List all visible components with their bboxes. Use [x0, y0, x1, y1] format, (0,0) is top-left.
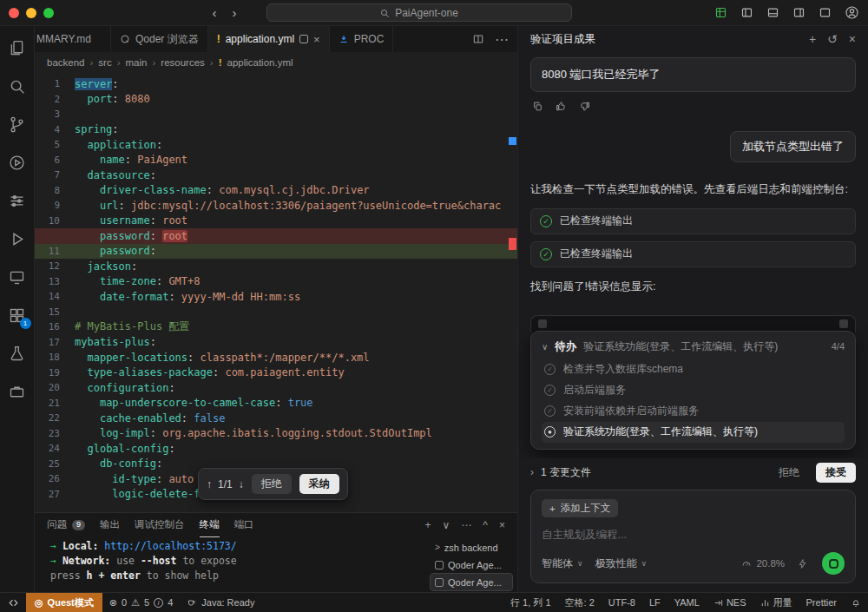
panel-tab-调试控制台[interactable]: 调试控制台: [135, 513, 185, 537]
panel-tab-问题[interactable]: 问题9: [47, 513, 85, 537]
prettier-status[interactable]: Prettier: [799, 593, 844, 612]
todo-header[interactable]: ∨ 待办 验证系统功能(登录、工作流编辑、执行等) 4/4: [542, 339, 845, 354]
debug-icon[interactable]: [7, 228, 28, 249]
quest-mode-badge[interactable]: ◎ Quest模式: [26, 593, 102, 612]
panel-tab-输出[interactable]: 输出: [100, 513, 120, 537]
notifications-bell-icon[interactable]: [844, 593, 868, 612]
minimize-window-button[interactable]: [26, 8, 36, 18]
terminal-list-item[interactable]: Qoder Age...: [431, 574, 512, 590]
check-item[interactable]: ✓ 已检查终端输出: [530, 241, 856, 267]
command-center-search[interactable]: PaiAgent-one: [266, 3, 572, 22]
search-sidebar-icon[interactable]: [7, 76, 28, 96]
code-line[interactable]: 13 time-zone: GMT+8: [35, 274, 517, 290]
filter-settings-icon[interactable]: [7, 190, 28, 211]
terminal-dropdown-icon[interactable]: ∨: [443, 519, 450, 531]
breadcrumb-item[interactable]: src: [98, 57, 111, 68]
toolbox-icon[interactable]: [7, 381, 28, 402]
breadcrumb-item[interactable]: main: [126, 57, 148, 68]
add-context-chip[interactable]: + 添加上下文: [542, 499, 618, 517]
more-actions-icon[interactable]: ⋯: [495, 31, 509, 48]
tab-pin-icon[interactable]: [299, 35, 308, 43]
code-line[interactable]: 21 map-underscore-to-camel-case: true: [35, 396, 517, 411]
history-icon[interactable]: ↺: [827, 32, 838, 46]
terminal-output[interactable]: → Local: http://localhost:5173/→ Network…: [35, 537, 431, 592]
extensions-icon[interactable]: 1: [7, 305, 28, 326]
copy-icon[interactable]: [532, 101, 543, 112]
remote-indicator-icon[interactable]: [0, 593, 26, 612]
code-line[interactable]: 16# MyBatis-Plus 配置: [35, 319, 517, 335]
send-button[interactable]: [822, 552, 845, 575]
diff-reject-button[interactable]: 拒绝: [252, 474, 292, 494]
code-line[interactable]: 22 cache-enabled: false: [35, 411, 517, 426]
java-status[interactable]: Java: Ready: [180, 593, 261, 612]
split-editor-icon[interactable]: [472, 33, 484, 45]
code-line[interactable]: 4spring:: [35, 122, 517, 138]
maximize-window-button[interactable]: [43, 8, 54, 18]
nav-back-icon[interactable]: ‹: [213, 5, 217, 20]
code-line[interactable]: 8 driver-class-name: com.mysql.cj.jdbc.D…: [35, 183, 517, 199]
code-line[interactable]: 3: [35, 107, 517, 122]
thumbs-down-icon[interactable]: [579, 101, 590, 112]
todo-item[interactable]: ●验证系统功能(登录、工作流编辑、执行等): [542, 422, 845, 443]
agent-mode-select[interactable]: 智能体 ∨: [542, 556, 583, 571]
nav-forward-icon[interactable]: ›: [233, 5, 237, 20]
maximize-panel-icon[interactable]: ^: [483, 519, 488, 531]
panel-tab-端口[interactable]: 端口: [234, 513, 254, 537]
toggle-primary-sidebar-icon[interactable]: [740, 6, 753, 19]
spark-icon[interactable]: [797, 558, 808, 569]
accept-changes-button[interactable]: 接受: [816, 463, 856, 483]
thumbs-up-icon[interactable]: [556, 101, 567, 112]
code-line[interactable]: 12 jackson:: [35, 259, 517, 274]
panel-tab-终端[interactable]: 终端: [200, 513, 220, 537]
check-item[interactable]: ✓ 已检查终端输出: [530, 208, 856, 234]
reject-changes-button[interactable]: 拒绝: [779, 465, 799, 480]
editor[interactable]: 1server:2 port: 808034spring:5 applicati…: [35, 73, 517, 512]
customize-layout-icon[interactable]: [819, 6, 832, 19]
breadcrumb-file[interactable]: application.yml: [227, 57, 293, 68]
code-line[interactable]: 19 type-aliases-package: com.paiagent.en…: [35, 365, 517, 381]
terminal-list-item[interactable]: Qoder Age...: [431, 556, 512, 573]
code-line[interactable]: 6 name: PaiAgent: [35, 153, 517, 168]
chevron-right-icon[interactable]: ›: [530, 466, 534, 478]
diff-next-icon[interactable]: ↓: [239, 478, 244, 490]
code-line[interactable]: 18 mapper-locations: classpath*:/mapper/…: [35, 350, 517, 365]
code-line[interactable]: 9 url: jdbc:mysql://localhost:3306/paiag…: [35, 198, 517, 214]
code-line[interactable]: 24 global-config:: [35, 441, 517, 457]
chat-input-box[interactable]: + 添加上下文 自主规划及编程... 智能体 ∨ 极致性能 ∨: [530, 490, 856, 583]
todo-item[interactable]: ✓安装前端依赖并启动前端服务: [542, 401, 845, 422]
performance-select[interactable]: 极致性能 ∨: [595, 556, 648, 571]
new-terminal-icon[interactable]: +: [425, 519, 431, 531]
new-chat-icon[interactable]: +: [809, 32, 816, 46]
code-line[interactable]: 15: [35, 305, 517, 320]
code-line[interactable]: 1server:: [35, 76, 517, 92]
code-line[interactable]: 14 date-format: yyyy-MM-dd HH:mm:ss: [35, 289, 517, 305]
toggle-panel-icon[interactable]: [766, 6, 779, 19]
cursor-position[interactable]: 行 1, 列 1: [503, 593, 557, 612]
code-line[interactable]: 7 datasource:: [35, 168, 517, 183]
nes-indicator[interactable]: NES: [707, 593, 753, 612]
close-panel-icon[interactable]: ×: [849, 32, 856, 46]
toggle-secondary-sidebar-icon[interactable]: [792, 6, 806, 19]
code-line[interactable]: 23 log-impl: org.apache.ibatis.logging.s…: [35, 426, 517, 442]
code-block-action-icon[interactable]: [839, 319, 848, 328]
explorer-icon[interactable]: [7, 37, 28, 58]
indentation[interactable]: 空格: 2: [558, 593, 602, 612]
tab-proc[interactable]: PROC: [330, 26, 394, 52]
encoding[interactable]: UTF-8: [602, 593, 642, 612]
test-beaker-icon[interactable]: [7, 343, 28, 364]
extension-grid-icon[interactable]: [714, 6, 727, 19]
more-icon[interactable]: ⋯: [461, 519, 471, 531]
code-line[interactable]: 17mybatis-plus:: [35, 335, 517, 351]
problems-status[interactable]: ⊗ 0 ⚠ 5 i 4: [102, 593, 180, 612]
chat-input-placeholder[interactable]: 自主规划及编程...: [542, 528, 845, 543]
code-line[interactable]: password: root: [35, 228, 517, 244]
run-icon[interactable]: [7, 152, 28, 173]
close-panel-icon[interactable]: ×: [499, 519, 505, 531]
tab-application-yml[interactable]: ! application.yml ×: [208, 26, 330, 52]
diff-accept-button[interactable]: 采纳: [299, 474, 339, 494]
remote-explorer-icon[interactable]: [7, 267, 28, 287]
code-line[interactable]: 5 application:: [35, 137, 517, 153]
account-icon[interactable]: [845, 5, 859, 20]
diff-prev-icon[interactable]: ↑: [207, 478, 212, 490]
breadcrumb-item[interactable]: resources: [161, 57, 205, 68]
